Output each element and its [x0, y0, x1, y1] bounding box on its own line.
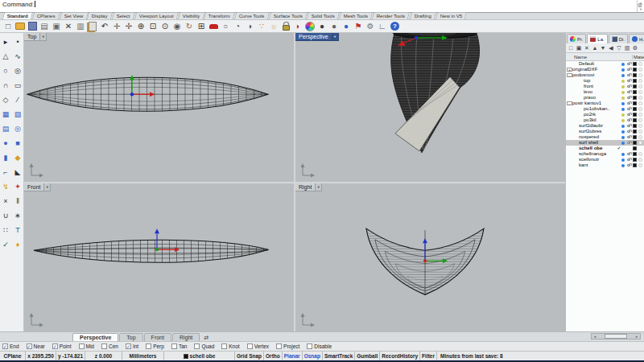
toolbar-tab[interactable]: Drafting	[409, 12, 436, 19]
units-label[interactable]: Millimeters	[122, 352, 164, 360]
box-icon[interactable]: ■	[12, 136, 23, 150]
toolbar-tab[interactable]: CPlanes	[32, 12, 60, 19]
layer-row[interactable]: − podosnovi	[566, 72, 644, 78]
layer-lock-icon[interactable]	[627, 130, 630, 133]
layer-visibility-bulb-icon[interactable]	[621, 68, 625, 72]
explode-icon[interactable]: ∗	[12, 208, 23, 223]
panel-tab[interactable]: La.	[587, 34, 607, 43]
layer-color-swatch[interactable]	[633, 90, 637, 94]
rotate-view-icon[interactable]: ↻	[184, 21, 195, 32]
viewport-title-right[interactable]: Right▼	[295, 183, 322, 191]
status-toggle[interactable]: Filter	[420, 352, 437, 360]
join-icon[interactable]: ∪	[0, 208, 11, 223]
print-icon[interactable]: ▤	[39, 21, 50, 32]
toolbar-tab[interactable]: Select	[112, 12, 135, 19]
layer-material-dot[interactable]	[638, 79, 642, 83]
toolbar-tab[interactable]: Curve Tools	[234, 12, 270, 19]
layer-row[interactable]: pravo	[566, 95, 644, 101]
osnap-option[interactable]: Perp	[146, 343, 164, 349]
layer-visibility-bulb-icon[interactable]	[621, 125, 625, 128]
viewport-layout-icon[interactable]: ⊞	[196, 21, 207, 32]
toolbar-tab[interactable]: New in V5	[435, 12, 467, 19]
layer-material-dot[interactable]	[638, 118, 642, 122]
layer-lock-icon[interactable]	[627, 164, 630, 167]
toolbar-tab[interactable]: Set View	[60, 12, 89, 19]
viewport-title-front[interactable]: Front▼	[24, 183, 51, 191]
layer-row[interactable]: po3kil	[566, 117, 644, 123]
viewport-perspective[interactable]: Perspective▼	[295, 33, 565, 182]
curve-icon[interactable]: ∿	[12, 49, 23, 64]
panel-tab[interactable]: H.	[629, 34, 644, 43]
viewport-tab[interactable]: Top	[119, 333, 142, 341]
osnap-checkbox[interactable]	[146, 343, 151, 349]
cylinder-icon[interactable]: ▮	[0, 150, 11, 165]
panel-options-gear-icon[interactable]: ⚙	[638, 2, 642, 9]
ortho-circle-icon[interactable]: ◔	[232, 21, 243, 32]
viewport-title-top[interactable]: Top▼	[24, 33, 47, 41]
osnap-option[interactable]: Knot	[221, 343, 239, 349]
layer-lock-icon[interactable]	[627, 68, 630, 71]
extrude-icon[interactable]: ▤	[0, 121, 11, 136]
copy-icon[interactable]: ▥	[75, 21, 86, 32]
collapse-icon[interactable]: ◀	[608, 45, 614, 51]
scroll-thumb[interactable]	[605, 334, 627, 339]
layer-color-swatch[interactable]	[633, 152, 637, 156]
osnap-checkbox[interactable]: ✓	[52, 343, 58, 349]
layer-color-swatch[interactable]	[633, 96, 637, 100]
layer-material-dot[interactable]	[638, 141, 642, 145]
render-icon[interactable]: ●	[316, 21, 328, 32]
flag-icon[interactable]: ⚑	[353, 21, 364, 32]
layer-visibility-bulb-icon[interactable]	[621, 153, 625, 156]
status-toggle[interactable]: Osnap	[303, 352, 323, 360]
undo-icon[interactable]: ↶	[99, 21, 110, 32]
object-link-icon[interactable]: ∵	[256, 21, 267, 32]
osnap-option[interactable]: Quad	[194, 343, 214, 349]
layer-row[interactable]: levo	[566, 89, 644, 95]
layer-row[interactable]: top	[566, 78, 644, 84]
render-preview-icon[interactable]: ●	[328, 21, 340, 32]
layer-row[interactable]: kant	[566, 162, 644, 168]
chamfer-icon[interactable]: ◣	[12, 165, 23, 179]
move-up-icon[interactable]: ▲	[592, 45, 598, 51]
layer-color-swatch[interactable]	[633, 62, 637, 66]
layer-visibility-bulb-icon[interactable]	[621, 80, 625, 83]
line-icon[interactable]: ∕	[12, 93, 23, 107]
layer-material-dot[interactable]	[638, 68, 642, 72]
layer-material-dot[interactable]	[638, 62, 642, 66]
layer-lock-icon[interactable]	[627, 113, 630, 116]
layer-visibility-bulb-icon[interactable]	[621, 102, 625, 105]
clipping-plane-icon[interactable]: ◗	[292, 21, 303, 32]
layer-material-dot[interactable]	[638, 101, 642, 105]
layer-color-swatch[interactable]	[633, 118, 637, 122]
layer-visibility-bulb-icon[interactable]	[621, 130, 625, 134]
polyline-icon[interactable]: △	[0, 49, 11, 64]
status-toggle[interactable]: SmartTrack	[323, 352, 355, 360]
layer-lock-icon[interactable]	[627, 102, 630, 105]
osnap-option[interactable]: Project	[276, 343, 299, 349]
polygon-icon[interactable]: ◇	[0, 93, 11, 107]
earth-icon[interactable]: ●	[341, 21, 352, 32]
right-view-canvas[interactable]	[295, 183, 565, 332]
zoom-dynamic-icon[interactable]: ⊕	[135, 21, 147, 32]
layer-visibility-bulb-icon[interactable]	[621, 74, 625, 77]
zoom-window-icon[interactable]: ⊡	[147, 21, 159, 32]
pan-icon[interactable]: ✛	[111, 21, 122, 32]
layer-material-dot[interactable]	[638, 124, 642, 128]
osnap-option[interactable]: ✓ End	[2, 343, 19, 349]
osnap-checkbox[interactable]	[247, 343, 253, 349]
layer-color-swatch[interactable]	[633, 135, 637, 139]
layer-color-swatch[interactable]	[633, 124, 637, 128]
front-view-canvas[interactable]	[24, 183, 294, 332]
viewport-tab[interactable]: Right	[172, 333, 200, 341]
osnap-checkbox[interactable]: ✓	[2, 343, 8, 349]
command-area[interactable]: Command: ▲▼	[0, 0, 644, 13]
toolbar-tab[interactable]: Viewport Layout	[134, 12, 179, 19]
layer-row[interactable]: Default	[566, 61, 644, 67]
osnap-checkbox[interactable]: ✓	[126, 343, 131, 349]
sphere-icon[interactable]: ●	[0, 136, 11, 150]
top-view-canvas[interactable]	[24, 33, 294, 182]
layer-visibility-bulb-icon[interactable]	[621, 63, 625, 66]
osnap-checkbox[interactable]	[307, 343, 312, 349]
delete-icon[interactable]: ✕	[63, 21, 74, 32]
layer-lock-icon[interactable]	[627, 119, 630, 121]
